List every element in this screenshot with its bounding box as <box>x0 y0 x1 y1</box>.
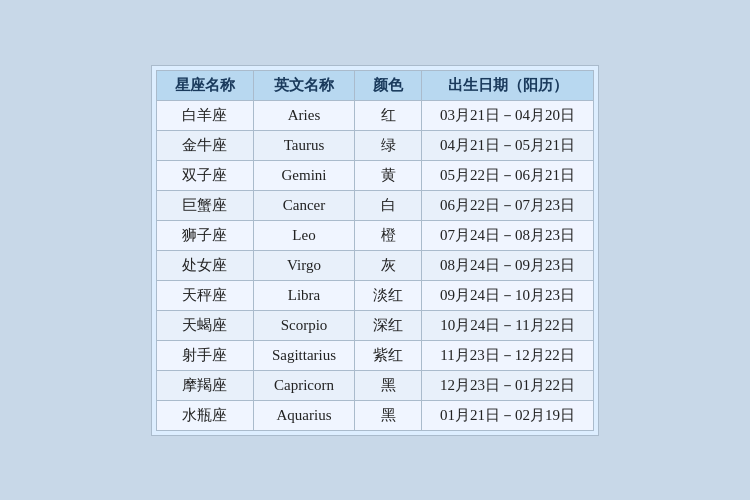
cell-4-2: 橙 <box>355 220 422 250</box>
cell-8-1: Sagittarius <box>253 340 354 370</box>
table-row: 天秤座Libra淡红09月24日－10月23日 <box>156 280 593 310</box>
cell-6-3: 09月24日－10月23日 <box>422 280 594 310</box>
cell-3-0: 巨蟹座 <box>156 190 253 220</box>
cell-2-2: 黄 <box>355 160 422 190</box>
cell-0-3: 03月21日－04月20日 <box>422 100 594 130</box>
cell-9-3: 12月23日－01月22日 <box>422 370 594 400</box>
cell-9-1: Capricorn <box>253 370 354 400</box>
cell-0-2: 红 <box>355 100 422 130</box>
cell-3-3: 06月22日－07月23日 <box>422 190 594 220</box>
table-row: 处女座Virgo灰08月24日－09月23日 <box>156 250 593 280</box>
cell-1-3: 04月21日－05月21日 <box>422 130 594 160</box>
cell-10-0: 水瓶座 <box>156 400 253 430</box>
cell-4-3: 07月24日－08月23日 <box>422 220 594 250</box>
cell-10-2: 黑 <box>355 400 422 430</box>
cell-0-1: Aries <box>253 100 354 130</box>
cell-8-0: 射手座 <box>156 340 253 370</box>
table-row: 金牛座Taurus绿04月21日－05月21日 <box>156 130 593 160</box>
header-col-2: 颜色 <box>355 70 422 100</box>
cell-1-1: Taurus <box>253 130 354 160</box>
cell-3-2: 白 <box>355 190 422 220</box>
table-body: 白羊座Aries红03月21日－04月20日金牛座Taurus绿04月21日－0… <box>156 100 593 430</box>
cell-5-3: 08月24日－09月23日 <box>422 250 594 280</box>
table-row: 白羊座Aries红03月21日－04月20日 <box>156 100 593 130</box>
cell-0-0: 白羊座 <box>156 100 253 130</box>
cell-7-0: 天蝎座 <box>156 310 253 340</box>
cell-5-0: 处女座 <box>156 250 253 280</box>
cell-7-1: Scorpio <box>253 310 354 340</box>
cell-9-0: 摩羯座 <box>156 370 253 400</box>
table-row: 狮子座Leo橙07月24日－08月23日 <box>156 220 593 250</box>
cell-2-1: Gemini <box>253 160 354 190</box>
cell-10-3: 01月21日－02月19日 <box>422 400 594 430</box>
cell-2-3: 05月22日－06月21日 <box>422 160 594 190</box>
header-col-0: 星座名称 <box>156 70 253 100</box>
cell-2-0: 双子座 <box>156 160 253 190</box>
table-row: 摩羯座Capricorn黑12月23日－01月22日 <box>156 370 593 400</box>
cell-6-0: 天秤座 <box>156 280 253 310</box>
header-col-1: 英文名称 <box>253 70 354 100</box>
cell-8-3: 11月23日－12月22日 <box>422 340 594 370</box>
table-row: 水瓶座Aquarius黑01月21日－02月19日 <box>156 400 593 430</box>
table-row: 双子座Gemini黄05月22日－06月21日 <box>156 160 593 190</box>
cell-1-2: 绿 <box>355 130 422 160</box>
cell-9-2: 黑 <box>355 370 422 400</box>
cell-10-1: Aquarius <box>253 400 354 430</box>
cell-1-0: 金牛座 <box>156 130 253 160</box>
cell-4-0: 狮子座 <box>156 220 253 250</box>
table-header-row: 星座名称英文名称颜色出生日期（阳历） <box>156 70 593 100</box>
zodiac-table-container: 星座名称英文名称颜色出生日期（阳历） 白羊座Aries红03月21日－04月20… <box>151 65 599 436</box>
cell-7-3: 10月24日－11月22日 <box>422 310 594 340</box>
table-row: 天蝎座Scorpio深红10月24日－11月22日 <box>156 310 593 340</box>
cell-8-2: 紫红 <box>355 340 422 370</box>
cell-7-2: 深红 <box>355 310 422 340</box>
cell-4-1: Leo <box>253 220 354 250</box>
header-col-3: 出生日期（阳历） <box>422 70 594 100</box>
table-row: 射手座Sagittarius紫红11月23日－12月22日 <box>156 340 593 370</box>
cell-5-2: 灰 <box>355 250 422 280</box>
cell-5-1: Virgo <box>253 250 354 280</box>
zodiac-table: 星座名称英文名称颜色出生日期（阳历） 白羊座Aries红03月21日－04月20… <box>156 70 594 431</box>
cell-6-1: Libra <box>253 280 354 310</box>
cell-3-1: Cancer <box>253 190 354 220</box>
table-row: 巨蟹座Cancer白06月22日－07月23日 <box>156 190 593 220</box>
cell-6-2: 淡红 <box>355 280 422 310</box>
